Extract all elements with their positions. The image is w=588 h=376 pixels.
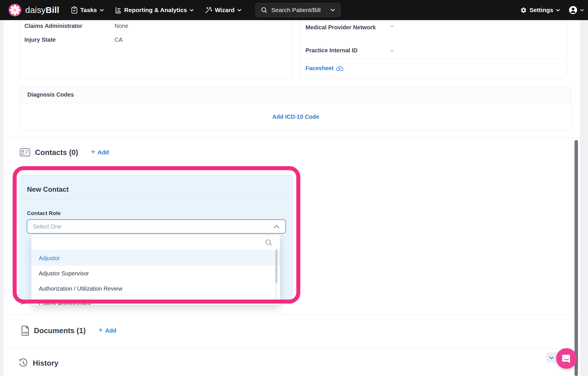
diagnosis-codes-header: Diagnosis Codes (20, 87, 571, 103)
daisy-flower-icon (9, 4, 21, 16)
nav-wizard-label: Wizard (215, 7, 235, 14)
facesheet-label: Facesheet (305, 65, 334, 72)
history-title: History (33, 359, 59, 368)
pdf-document-icon: PDF (21, 325, 29, 336)
nav-tasks-label: Tasks (80, 7, 97, 14)
provider-info-card: Medical Provider Network – Practice Inte… (300, 20, 567, 78)
nav-reporting-label: Reporting & Analytics (124, 7, 187, 14)
documents-title: Documents (1) (34, 326, 86, 335)
contact-role-dropdown: Adjustor Adjustor Supervisor Authorizati… (31, 235, 280, 305)
search-icon (261, 7, 267, 13)
gear-icon (520, 7, 527, 14)
role-search-input[interactable] (37, 238, 261, 248)
section-divider (8, 314, 580, 314)
patient-bill-search[interactable]: Search Patient/Bill (256, 3, 341, 17)
nav-wizard[interactable]: Wizard (205, 6, 241, 14)
practice-internal-id-label: Practice Internal ID (305, 47, 357, 54)
left-page-gutter (0, 20, 3, 376)
new-contact-card: New Contact Contact Role Select One Adju… (20, 175, 293, 301)
contact-card-icon (20, 148, 30, 157)
contacts-title: Contacts (0) (35, 148, 78, 157)
add-document-button[interactable]: + Add (98, 327, 117, 334)
injury-state-value: CA (115, 37, 123, 43)
scrollbar-track[interactable] (580, 20, 588, 376)
section-divider (8, 348, 580, 349)
plus-icon: + (91, 149, 95, 155)
dropdown-search-row (31, 235, 280, 251)
search-icon (265, 239, 272, 246)
dropdown-option-adjustor-supervisor[interactable]: Adjustor Supervisor (31, 266, 280, 281)
diagnosis-codes-card: Diagnosis Codes Add ICD-10 Code (20, 86, 571, 131)
contact-role-label: Contact Role (27, 210, 61, 216)
user-avatar-icon (569, 6, 577, 14)
facesheet-download-link[interactable]: Facesheet (305, 65, 343, 72)
card-divider (300, 59, 566, 59)
chevron-down-icon (189, 9, 194, 11)
plus-icon: + (98, 327, 103, 333)
dropdown-option-claims-administrator[interactable]: Claims Administrator (31, 296, 280, 305)
card-divider (20, 199, 293, 199)
documents-section-header: PDF Documents (1) + Add (21, 325, 116, 336)
magic-wand-icon (205, 6, 212, 14)
svg-text:PDF: PDF (23, 331, 28, 334)
dropdown-option-adjustor[interactable]: Adjustor (31, 251, 280, 266)
clipboard-check-icon (71, 6, 78, 14)
history-section-header: History (18, 358, 59, 368)
cloud-download-icon (336, 65, 343, 72)
injury-state-label: Injury State (24, 37, 56, 43)
history-clock-icon (18, 358, 28, 368)
report-chart-icon (115, 6, 122, 14)
dropdown-scrollbar-thumb[interactable] (275, 249, 277, 283)
nav-settings[interactable]: Settings (520, 7, 560, 14)
intercom-chat-launcher[interactable] (556, 348, 577, 369)
daisybill-logo[interactable]: daisyBill (9, 4, 59, 16)
section-divider (8, 138, 580, 138)
claims-administrator-value: None (115, 23, 128, 29)
nav-account-menu[interactable] (569, 6, 584, 14)
chevron-down-icon (237, 9, 241, 11)
claims-administrator-label: Claims Administrator (24, 23, 82, 29)
add-icd10-code-link[interactable]: Add ICD-10 Code (272, 114, 319, 120)
mpn-label: Medical Provider Network (305, 22, 389, 32)
nav-settings-label: Settings (529, 7, 553, 14)
select-placeholder: Select One (33, 223, 61, 230)
contacts-section-header: Contacts (0) + Add (20, 148, 109, 157)
chevron-down-icon (549, 356, 554, 359)
scrollbar-thumb[interactable] (575, 140, 578, 376)
claim-info-card: Claims Administrator None Injury State C… (20, 20, 292, 78)
new-contact-title: New Contact (27, 185, 69, 193)
diagnosis-codes-title: Diagnosis Codes (27, 91, 74, 98)
chevron-up-icon (273, 225, 280, 229)
chevron-down-icon (556, 9, 560, 11)
chevron-down-icon (580, 9, 584, 11)
chat-bubble-icon (561, 353, 572, 364)
brand-name: daisyBill (25, 5, 59, 15)
dropdown-option-authorization-utilization-review[interactable]: Authorization / Utilization Review (31, 281, 280, 296)
search-label: Search Patient/Bill (271, 7, 321, 14)
chevron-down-icon (330, 9, 335, 11)
top-navbar: daisyBill Tasks Reporting & Analytics (0, 0, 588, 20)
nav-tasks[interactable]: Tasks (71, 6, 104, 14)
chevron-down-icon (100, 9, 104, 11)
nav-reporting-analytics[interactable]: Reporting & Analytics (115, 6, 194, 14)
mpn-value: – (390, 22, 394, 29)
add-contact-button[interactable]: + Add (91, 149, 109, 156)
practice-internal-id-value: – (390, 47, 394, 54)
contact-role-select[interactable]: Select One (27, 219, 286, 234)
